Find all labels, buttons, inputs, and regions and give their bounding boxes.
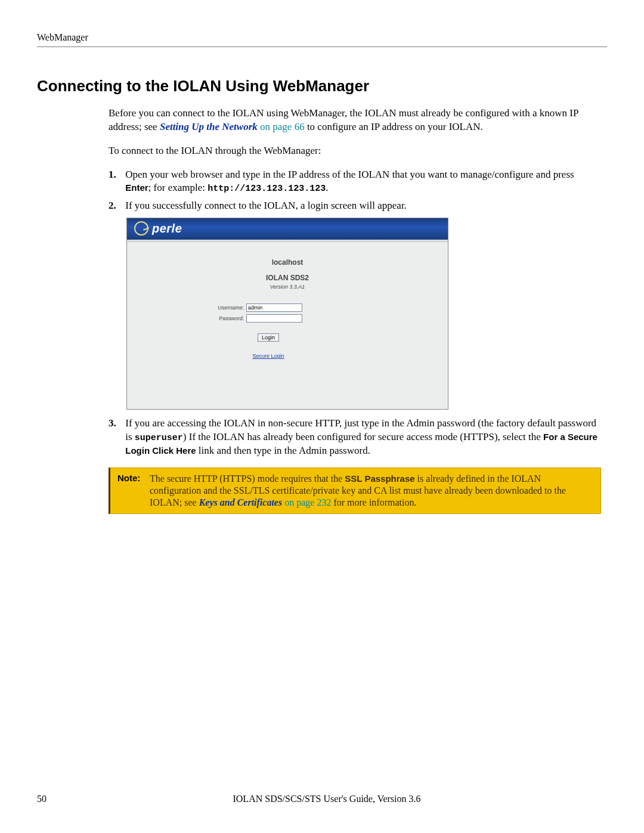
running-header: WebManager <box>37 31 607 47</box>
username-label: Username: <box>210 304 244 311</box>
step1-text-b: ; for example: <box>148 182 208 193</box>
model-label: IOLAN SDS2 <box>127 273 448 283</box>
section-title: Connecting to the IOLAN Using WebManager <box>37 76 607 97</box>
step-3: 3. If you are accessing the IOLAN in non… <box>109 417 601 458</box>
intro-paragraph-1: Before you can connect to the IOLAN usin… <box>109 107 601 134</box>
username-row: Username: <box>127 304 448 312</box>
login-screenshot: perle localhost IOLAN SDS2 Version 3.3.A… <box>126 218 448 410</box>
step3-text-c: link and then type in the Admin password… <box>196 445 370 456</box>
step-2: 2. If you successfully connect to the IO… <box>109 199 601 410</box>
step-1: 1. Open your web browser and type in the… <box>109 168 601 196</box>
step1-text-c: . <box>326 182 328 193</box>
username-input[interactable] <box>246 304 302 312</box>
login-button[interactable]: Login <box>258 333 279 342</box>
note-label: Note: <box>117 473 150 509</box>
note-text-a: The secure HTTP (HTTPS) mode requires th… <box>150 473 345 484</box>
step1-text-a: Open your web browser and type in the IP… <box>125 169 574 180</box>
intro-text-1b: to configure an IP address on your IOLAN… <box>305 121 483 132</box>
intro-paragraph-2: To connect to the IOLAN through the WebM… <box>109 144 601 158</box>
note-box: Note: The secure HTTP (HTTPS) mode requi… <box>109 467 601 514</box>
brand-text: perle <box>152 221 182 237</box>
note-text-c: for more information. <box>331 497 416 507</box>
step-number: 3. <box>109 417 123 431</box>
login-body: localhost IOLAN SDS2 Version 3.3.A1 User… <box>127 242 448 360</box>
footer-text: IOLAN SDS/SCS/STS User's Guide, Version … <box>37 792 607 806</box>
link-setting-up-network[interactable]: Setting Up the Network <box>160 121 258 132</box>
link-keys-certificates[interactable]: Keys and Certificates <box>199 497 283 507</box>
note-ssl-passphrase: SSL Passphrase <box>345 473 414 484</box>
step1-enter-key: Enter <box>125 182 148 193</box>
link-setting-up-network-page[interactable]: on page 66 <box>258 121 305 132</box>
secure-login-link[interactable]: Secure Login <box>108 352 429 360</box>
step3-default-password: superuser <box>135 433 183 443</box>
note-body: The secure HTTP (HTTPS) mode requires th… <box>150 473 593 509</box>
step1-example-url: http://123.123.123.123 <box>208 184 326 194</box>
brand-logo: perle <box>127 218 448 239</box>
password-input[interactable] <box>246 314 302 323</box>
page-footer: 50 IOLAN SDS/SCS/STS User's Guide, Versi… <box>37 792 607 806</box>
login-header-bar: perle <box>127 218 448 240</box>
password-label: Password: <box>210 315 244 322</box>
logo-ring-icon <box>134 221 148 236</box>
document-page: WebManager Connecting to the IOLAN Using… <box>0 0 644 833</box>
steps-list: 1. Open your web browser and type in the… <box>109 168 601 458</box>
step-number: 1. <box>109 168 123 182</box>
version-label: Version 3.3.A1 <box>127 283 448 290</box>
hostname-label: localhost <box>127 258 448 267</box>
password-row: Password: <box>127 314 448 323</box>
body-content: Before you can connect to the IOLAN usin… <box>109 107 601 514</box>
step-number: 2. <box>109 199 123 213</box>
link-keys-certificates-page[interactable]: on page 232 <box>282 497 331 507</box>
step3-text-b: ) If the IOLAN has already been configur… <box>183 431 543 442</box>
step2-text: If you successfully connect to the IOLAN… <box>125 199 600 213</box>
page-number: 50 <box>37 792 47 806</box>
login-form: Username: Password: Login Secure Login <box>127 304 448 360</box>
